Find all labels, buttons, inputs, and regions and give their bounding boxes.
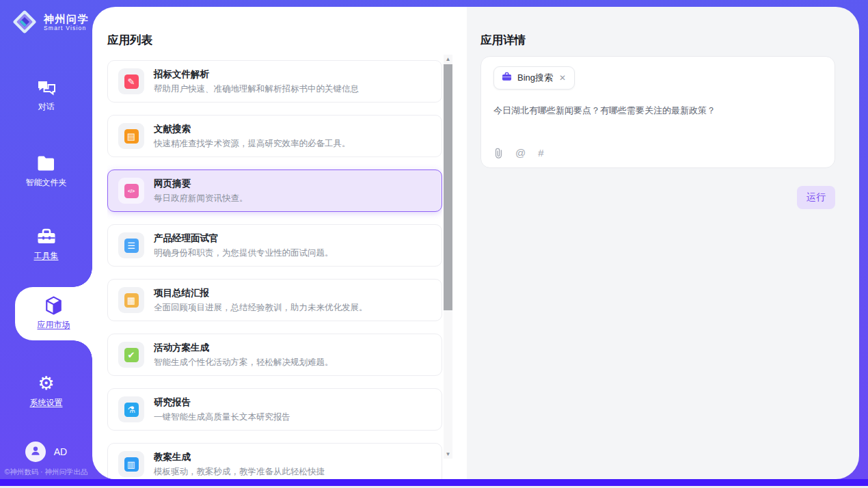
- app-description: 帮助用户快速、准确地理解和解析招标书中的关键信息: [154, 83, 359, 95]
- sidebar-item-label: 工具集: [34, 250, 59, 262]
- avatar: [25, 442, 46, 462]
- copyright-text: ©神州数码 · 神州问学出品: [0, 467, 92, 477]
- app-detail-panel: 应用详情 Bing搜索 ✕ 今日湖北有哪些新闻要点？有哪些需要关注的最新政策？: [467, 7, 859, 479]
- app-iconbox: ▥: [118, 451, 144, 477]
- sidebar-item-label: 应用市场: [38, 319, 70, 331]
- web-summary-icon: </>: [124, 184, 139, 198]
- app-list-item-6[interactable]: ✔活动方案生成智能生成个性化活动方案，轻松解决规划难题。: [107, 334, 442, 376]
- app-iconbox: ▦: [118, 287, 144, 313]
- close-icon[interactable]: ✕: [558, 73, 567, 83]
- research-report-icon: ⚗: [124, 403, 139, 417]
- app-logo: 神州问学 Smart Vision: [11, 8, 89, 36]
- app-window: 神州问学 Smart Vision 对话智能文件夹工具集应用市场⚙系统设置 AD…: [0, 0, 868, 486]
- sidebar-item-3[interactable]: 工具集: [0, 223, 92, 267]
- user-account[interactable]: AD: [0, 442, 92, 462]
- run-button[interactable]: 运行: [797, 186, 835, 209]
- app-iconbox: ☰: [118, 232, 144, 258]
- app-name: 研究报告: [154, 396, 290, 409]
- cube-icon: [44, 297, 64, 314]
- sidebar-item-5[interactable]: ⚙系统设置: [0, 370, 92, 414]
- app-name: 网页摘要: [154, 178, 248, 190]
- tool-tag-bing-search[interactable]: Bing搜索 ✕: [493, 66, 575, 90]
- interviewer-icon: ☰: [124, 239, 139, 253]
- scrollbar[interactable]: ▲ ▼: [444, 55, 452, 459]
- literature-search-icon: ▤: [124, 129, 139, 144]
- run-row: 运行: [797, 186, 835, 209]
- app-name: 招标文件解析: [154, 68, 359, 81]
- gear-icon: ⚙: [37, 375, 56, 392]
- sidebar-item-label: 系统设置: [30, 397, 63, 409]
- app-list-title: 应用列表: [107, 33, 152, 48]
- prompt-card: Bing搜索 ✕ 今日湖北有哪些新闻要点？有哪些需要关注的最新政策？ @ #: [480, 56, 835, 168]
- hash-icon[interactable]: #: [538, 147, 543, 159]
- app-description: 每日政府新闻资讯快查。: [154, 193, 248, 204]
- app-name: 活动方案生成: [154, 342, 334, 354]
- person-icon: [29, 444, 42, 459]
- sidebar-item-label: 智能文件夹: [26, 177, 67, 189]
- app-name: 文献搜索: [154, 123, 351, 135]
- app-list-item-2[interactable]: ▤文献搜索快速精准查找学术资源，提高研究效率的必备工具。: [107, 115, 442, 157]
- app-list-item-4[interactable]: ☰产品经理面试官明确身份和职责，为您提供专业性的面试问题。: [107, 224, 442, 267]
- bottom-accent-strip: [0, 479, 868, 486]
- app-detail-title: 应用详情: [480, 33, 526, 48]
- lesson-plan-icon: ▥: [124, 457, 139, 472]
- app-list-item-3[interactable]: </>网页摘要每日政府新闻资讯快查。: [107, 170, 442, 212]
- app-list: ✎招标文件解析帮助用户快速、准确地理解和解析招标书中的关键信息▤文献搜索快速精准…: [107, 60, 442, 479]
- app-description: 全面回顾项目进展，总结经验教训，助力未来优化发展。: [154, 302, 368, 314]
- main-content: 应用列表 ✎招标文件解析帮助用户快速、准确地理解和解析招标书中的关键信息▤文献搜…: [92, 7, 859, 479]
- app-list-item-7[interactable]: ⚗研究报告一键智能生成高质量长文本研究报告: [107, 388, 442, 431]
- mention-icon[interactable]: @: [515, 147, 526, 159]
- app-iconbox: ✔: [118, 342, 144, 368]
- app-description: 明确身份和职责，为您提供专业性的面试问题。: [154, 247, 334, 259]
- app-name: 项目总结汇报: [154, 287, 368, 299]
- logo-title: 神州问学: [44, 13, 89, 25]
- app-iconbox: ✎: [118, 68, 144, 94]
- query-text-input[interactable]: 今日湖北有哪些新闻要点？有哪些需要关注的最新政策？: [493, 104, 822, 118]
- sidebar-item-label: 对话: [38, 101, 55, 113]
- app-iconbox: </>: [118, 178, 144, 204]
- app-list-item-1[interactable]: ✎招标文件解析帮助用户快速、准确地理解和解析招标书中的关键信息: [107, 60, 442, 103]
- project-report-icon: ▦: [124, 293, 139, 308]
- app-iconbox: ⚗: [118, 396, 144, 422]
- scrollbar-up-icon[interactable]: ▲: [444, 55, 452, 64]
- app-iconbox: ▤: [118, 123, 144, 149]
- scrollbar-down-icon[interactable]: ▼: [444, 450, 452, 459]
- app-list-item-8[interactable]: ▥教案生成模板驱动，教案秒成，教学准备从此轻松快捷: [107, 443, 442, 479]
- input-toolbar: @ #: [494, 147, 544, 159]
- app-description: 模板驱动，教案秒成，教学准备从此轻松快捷: [154, 466, 325, 478]
- user-label: AD: [54, 446, 67, 457]
- app-name: 产品经理面试官: [154, 232, 334, 245]
- sidebar-item-2[interactable]: 智能文件夹: [0, 150, 92, 193]
- app-description: 一键智能生成高质量长文本研究报告: [154, 411, 290, 423]
- folder-icon: [37, 154, 56, 172]
- sidebar-item-1[interactable]: 对话: [0, 74, 92, 118]
- chat-icon: [37, 79, 56, 96]
- logo-subtitle: Smart Vision: [44, 25, 89, 31]
- app-description: 智能生成个性化活动方案，轻松解决规划难题。: [154, 357, 334, 368]
- sidebar: 神州问学 Smart Vision 对话智能文件夹工具集应用市场⚙系统设置 AD…: [0, 0, 92, 486]
- bid-parse-icon: ✎: [124, 74, 139, 89]
- toolbox-icon: [37, 228, 56, 245]
- app-name: 教案生成: [154, 451, 325, 463]
- diamond-logo-icon: [11, 8, 38, 36]
- scrollbar-thumb[interactable]: [444, 64, 452, 310]
- app-list-item-5[interactable]: ▦项目总结汇报全面回顾项目进展，总结经验教训，助力未来优化发展。: [107, 279, 442, 321]
- event-plan-icon: ✔: [124, 348, 139, 362]
- attachment-icon[interactable]: [494, 148, 503, 159]
- tool-tag-label: Bing搜索: [517, 72, 553, 84]
- briefcase-icon: [502, 72, 512, 84]
- app-description: 快速精准查找学术资源，提高研究效率的必备工具。: [154, 138, 351, 150]
- sidebar-item-4[interactable]: 应用市场: [15, 287, 92, 340]
- app-list-panel: 应用列表 ✎招标文件解析帮助用户快速、准确地理解和解析招标书中的关键信息▤文献搜…: [92, 7, 467, 479]
